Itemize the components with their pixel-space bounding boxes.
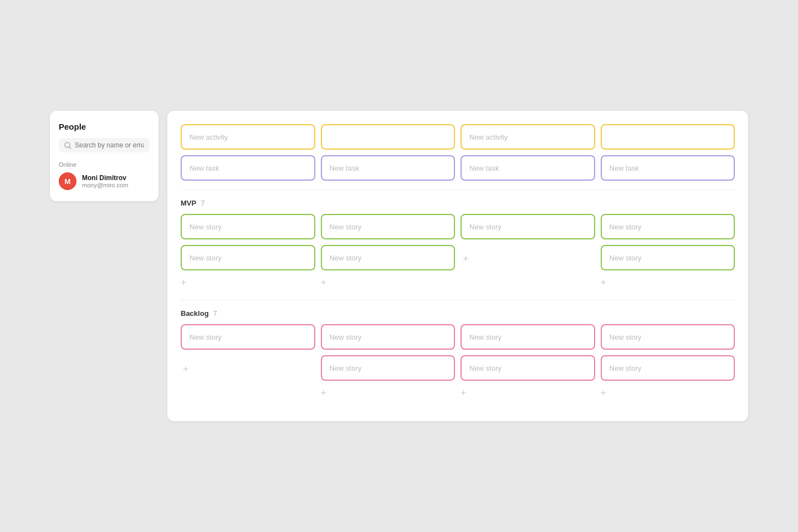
backlog-card-r1-c3[interactable]: New story — [461, 324, 595, 350]
mvp-add-btn-col4[interactable]: + — [601, 275, 735, 291]
mvp-card-r1-c1[interactable]: New story — [181, 214, 315, 239]
mvp-card-r1-c2-label: New story — [330, 223, 362, 231]
mvp-add-col3: + — [461, 245, 595, 270]
task-card-3[interactable]: New task — [461, 155, 595, 181]
backlog-add-spacer-col1 — [181, 383, 315, 401]
backlog-add-btn-col3[interactable]: + — [461, 385, 595, 401]
backlog-card-r2-c2[interactable]: New story — [321, 355, 456, 381]
backlog-card-r1-c3-label: New story — [469, 333, 502, 341]
backlog-title: Backlog — [181, 309, 209, 318]
mvp-header: MVP 7 — [181, 199, 735, 207]
user-name: Moni Dimitrov — [82, 174, 128, 182]
page-wrapper: People Online M Moni Dimitrov mony@miro.… — [50, 111, 748, 421]
backlog-count: 7 — [213, 309, 217, 318]
task-card-3-label: New task — [469, 164, 499, 172]
activity-card-2[interactable] — [321, 124, 456, 150]
backlog-card-r1-c2[interactable]: New story — [321, 324, 456, 350]
mvp-row-2: New story New story + New story — [181, 245, 735, 270]
backlog-add-btn-col1-inline[interactable]: + — [183, 361, 315, 377]
backlog-card-r2-c4[interactable]: New story — [601, 355, 735, 381]
mvp-card-r2-c4-label: New story — [610, 254, 642, 262]
task-card-2[interactable]: New task — [321, 155, 456, 181]
search-input[interactable] — [75, 141, 144, 149]
mvp-card-r1-c1-label: New story — [190, 223, 222, 231]
activity-card-1-label: New activity — [190, 133, 228, 141]
mvp-card-r1-c4-label: New story — [610, 223, 642, 231]
backlog-card-r2-c2-label: New story — [330, 364, 362, 372]
mvp-count: 7 — [201, 199, 204, 207]
activity-card-3[interactable]: New activity — [461, 124, 595, 150]
backlog-row-2: + New story New story New story — [181, 355, 735, 381]
mvp-card-r1-c2[interactable]: New story — [321, 214, 456, 239]
mvp-card-r1-c3-label: New story — [469, 223, 502, 231]
mvp-card-r2-c1[interactable]: New story — [181, 245, 315, 270]
mvp-card-r1-c3[interactable]: New story — [461, 214, 595, 239]
mvp-card-r2-c2[interactable]: New story — [321, 245, 456, 270]
backlog-row-1: New story New story New story New story — [181, 324, 735, 350]
backlog-card-r2-c3[interactable]: New story — [461, 355, 595, 381]
task-card-1[interactable]: New task — [181, 155, 315, 181]
top-area: New activity New activity New task New t… — [181, 124, 735, 181]
divider-1 — [181, 190, 735, 190]
mvp-section: MVP 7 New story New story New story New … — [181, 199, 735, 291]
backlog-card-r1-c4[interactable]: New story — [601, 324, 735, 350]
mvp-card-r2-c2-label: New story — [330, 254, 362, 262]
backlog-add-btn-col2[interactable]: + — [321, 385, 456, 401]
mvp-add-btn-col1[interactable]: + — [181, 275, 315, 291]
online-label: Online — [59, 161, 150, 168]
mvp-add-btn-col3[interactable]: + — [463, 251, 595, 267]
mvp-row-1: New story New story New story New story — [181, 214, 735, 239]
mvp-add-spacer-col3 — [461, 273, 595, 291]
activity-card-4[interactable] — [601, 124, 735, 150]
svg-line-1 — [69, 146, 71, 148]
backlog-add-col1: + — [181, 355, 315, 381]
task-card-1-label: New task — [190, 164, 219, 172]
task-card-4-label: New task — [610, 164, 639, 172]
main-board: New activity New activity New task New t… — [167, 111, 748, 421]
backlog-card-r2-c3-label: New story — [469, 364, 502, 372]
mvp-card-r2-c4[interactable]: New story — [601, 245, 735, 270]
activity-card-3-label: New activity — [469, 133, 508, 141]
task-card-4[interactable]: New task — [601, 155, 735, 181]
mvp-card-r1-c4[interactable]: New story — [601, 214, 735, 239]
people-panel: People Online M Moni Dimitrov mony@miro.… — [50, 111, 158, 201]
backlog-header: Backlog 7 — [181, 309, 735, 318]
search-icon — [64, 142, 71, 149]
activity-card-1[interactable]: New activity — [181, 124, 315, 150]
user-info: Moni Dimitrov mony@miro.com — [82, 174, 128, 188]
backlog-card-r1-c1-label: New story — [190, 333, 222, 341]
user-email: mony@miro.com — [82, 182, 128, 188]
user-row: M Moni Dimitrov mony@miro.com — [59, 172, 150, 190]
backlog-card-r1-c4-label: New story — [610, 333, 642, 341]
activities-row: New activity New activity — [181, 124, 735, 150]
task-card-2-label: New task — [330, 164, 359, 172]
search-box[interactable] — [59, 138, 150, 152]
backlog-card-r1-c1[interactable]: New story — [181, 324, 315, 350]
mvp-add-btn-col2[interactable]: + — [321, 275, 456, 291]
tasks-row: New task New task New task New task — [181, 155, 735, 181]
backlog-section: Backlog 7 New story New story New story … — [181, 309, 735, 401]
people-panel-title: People — [59, 122, 150, 131]
backlog-add-row: + + + — [181, 383, 735, 401]
mvp-title: MVP — [181, 199, 196, 207]
backlog-add-btn-col4[interactable]: + — [601, 385, 735, 401]
mvp-add-row: + + + — [181, 273, 735, 291]
avatar: M — [59, 172, 76, 190]
divider-2 — [181, 300, 735, 300]
backlog-card-r1-c2-label: New story — [330, 333, 362, 341]
mvp-card-r2-c1-label: New story — [190, 254, 222, 262]
backlog-card-r2-c4-label: New story — [610, 364, 642, 372]
